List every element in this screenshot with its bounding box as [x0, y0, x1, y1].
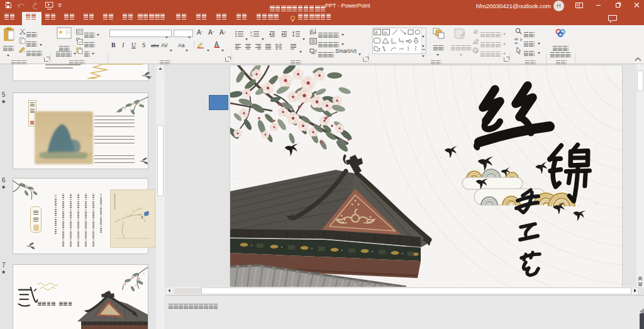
svg-text:IA: IA	[384, 31, 387, 35]
svg-text:A: A	[375, 30, 378, 35]
svg-text:ac: ac	[514, 41, 518, 44]
